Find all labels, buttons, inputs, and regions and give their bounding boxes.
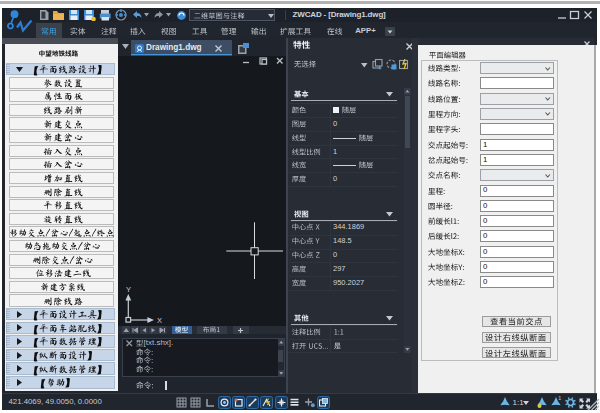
svg-text:X: X (157, 316, 162, 325)
svg-text:Y: Y (126, 285, 131, 294)
